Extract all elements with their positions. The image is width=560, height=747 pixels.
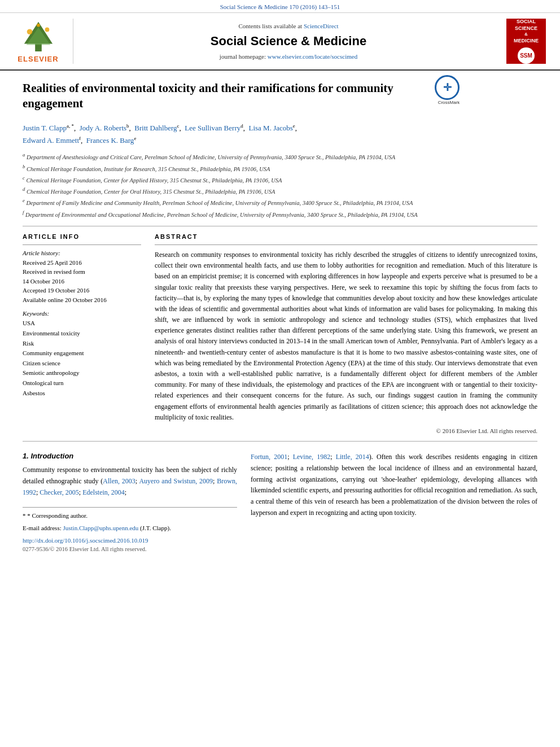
intro-title: 1. Introduction (23, 452, 237, 460)
crossmark-label: CrossMark (435, 100, 463, 105)
author-lisa-jacobs[interactable]: Lisa M. Jacobs (248, 124, 292, 132)
doi-line: http://dx.doi.org/10.1016/j.socscimed.20… (23, 537, 237, 544)
author-jody-roberts[interactable]: Jody A. Roberts (80, 124, 126, 132)
author-lee-berry[interactable]: Lee Sullivan Berry (185, 124, 240, 132)
ref-levine[interactable]: Levine, 1982 (293, 453, 330, 461)
keywords-label: Keywords: (23, 310, 141, 317)
history-label: Article history: (23, 250, 141, 256)
ref-allen[interactable]: Allen, 2003 (103, 477, 135, 485)
affiliation-e: e Department of Family Medicine and Comm… (23, 197, 537, 207)
ref-little[interactable]: Little, 2014 (336, 453, 369, 461)
author-edward-emmett[interactable]: Edward A. Emmett (23, 136, 79, 145)
ref-fortun[interactable]: Fortun, 2001 (251, 453, 287, 461)
keywords-list: USA Environmental toxicity Risk Communit… (23, 318, 141, 398)
contents-line: Contents lists available at ScienceDirec… (81, 23, 496, 29)
intro-right-text: Fortun, 2001; Levine, 1982; Little, 2014… (251, 452, 537, 519)
ref-checker[interactable]: Checker, 2005 (40, 488, 79, 496)
ref-edelstein[interactable]: Edelstein, 2004 (82, 488, 125, 496)
intro-right-col: Fortun, 2001; Levine, 1982; Little, 2014… (251, 452, 537, 552)
abstract-col: ABSTRACT Research on community responses… (155, 233, 537, 434)
revised-date: 14 October 2016 (23, 277, 141, 286)
footnote-email: E-mail address: Justin.Clapp@uphs.upenn.… (23, 523, 237, 534)
journal-name: Social Science & Medicine (81, 34, 496, 49)
journal-logo-right: SOCIAL SCIENCE & MEDICINE SSM (504, 19, 549, 64)
article-info-box: Article history: Received 25 April 2016 … (23, 244, 141, 398)
received-date: Received 25 April 2016 (23, 258, 141, 268)
affiliation-d: d Chemical Heritage Foundation, Center f… (23, 186, 537, 196)
journal-header: ELSEVIER Contents lists available at Sci… (0, 13, 560, 71)
article-title: Realities of environmental toxicity and … (23, 81, 429, 112)
issn-line: 0277-9536/© 2016 Elsevier Ltd. All right… (23, 546, 237, 552)
article-info-col: ARTICLE INFO Article history: Received 2… (23, 233, 141, 434)
journal-center: Contents lists available at ScienceDirec… (81, 19, 496, 64)
doi-link[interactable]: http://dx.doi.org/10.1016/j.socscimed.20… (23, 537, 148, 544)
article-info-label: ARTICLE INFO (23, 233, 141, 240)
crossmark: ✛ CrossMark (435, 75, 463, 103)
homepage-line: journal homepage: www.elsevier.com/locat… (81, 53, 496, 60)
revised-label: Received in revised form (23, 267, 141, 277)
journal-reference: Social Science & Medicine 170 (2016) 143… (220, 3, 340, 10)
authors-line: Justin T. Clappa, *, Jody A. Robertsb, B… (23, 122, 537, 147)
affiliations: a Department of Anesthesiology and Criti… (23, 151, 537, 219)
svg-point-3 (27, 29, 32, 34)
divider-1 (23, 226, 537, 226)
introduction-section: 1. Introduction Community response to en… (23, 452, 537, 552)
keywords-group: Keywords: USA Environmental toxicity Ris… (23, 310, 141, 398)
svg-point-5 (37, 23, 40, 27)
footnote-corresponding: * * Corresponding author. (23, 511, 237, 521)
author-britt-dahlberg[interactable]: Britt Dahlberg (134, 124, 177, 132)
abstract-text: Research on community responses to envir… (155, 250, 537, 423)
intro-left-text: Community response to environmental toxi… (23, 465, 237, 498)
article-info-abstract: ARTICLE INFO Article history: Received 2… (23, 233, 537, 434)
intro-left-col: 1. Introduction Community response to en… (23, 452, 237, 552)
journal-logo-box: SOCIAL SCIENCE & MEDICINE SSM (506, 19, 546, 64)
footnote-area: * * Corresponding author. E-mail address… (23, 507, 237, 552)
intro-columns: 1. Introduction Community response to en… (23, 452, 537, 552)
science-direct-link[interactable]: ScienceDirect (304, 23, 339, 29)
article-main: Realities of environmental toxicity and … (0, 71, 560, 558)
author-justin-clapp[interactable]: Justin T. Clapp (23, 124, 67, 132)
affiliation-b: b Chemical Heritage Foundation, Institut… (23, 163, 537, 173)
author-frances-barg[interactable]: Frances K. Barg (86, 136, 134, 145)
svg-point-4 (45, 27, 49, 32)
abstract-box: Research on community responses to envir… (155, 244, 537, 434)
svg-rect-0 (35, 43, 42, 51)
affiliation-c: c Chemical Heritage Foundation, Center f… (23, 174, 537, 185)
accepted-date: Accepted 19 October 2016 (23, 286, 141, 295)
copyright-line: © 2016 Elsevier Ltd. All rights reserved… (155, 427, 537, 434)
available-date: Available online 20 October 2016 (23, 295, 141, 305)
ref-auyero[interactable]: Auyero and Swistun, 2009 (139, 477, 213, 485)
divider-2 (23, 441, 537, 442)
affiliation-a: a Department of Anesthesiology and Criti… (23, 151, 537, 161)
history-group: Article history: Received 25 April 2016 … (23, 250, 141, 305)
footnote-email-link[interactable]: Justin.Clapp@uphs.upenn.edu (63, 525, 138, 531)
elsevier-logo: ELSEVIER (11, 19, 73, 64)
abstract-label: ABSTRACT (155, 233, 537, 240)
elsevier-text: ELSEVIER (18, 55, 58, 63)
homepage-link[interactable]: www.elsevier.com/locate/socscimed (268, 53, 357, 60)
top-bar: Social Science & Medicine 170 (2016) 143… (0, 0, 560, 13)
affiliation-f: f Department of Environmental and Occupa… (23, 209, 537, 219)
